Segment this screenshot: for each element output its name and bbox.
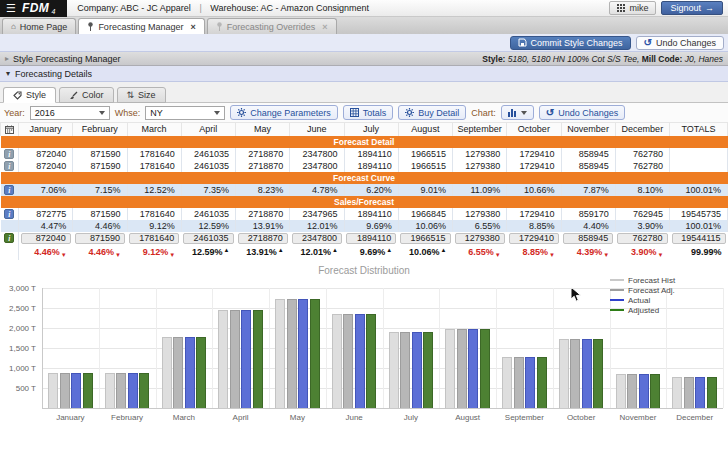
section-header: ▸ Style Forecasting Manager Style: 5180,…: [0, 52, 728, 66]
delta-cell: 3.90%▼: [615, 245, 669, 260]
info-icon[interactable]: i: [4, 209, 14, 219]
forecast-input[interactable]: 871590: [75, 233, 125, 244]
signout-label: Signout: [670, 3, 701, 13]
row-icon-cell: i: [1, 184, 19, 196]
forecast-input[interactable]: 2461035: [183, 233, 233, 244]
tab-size[interactable]: ⇅ Size: [117, 87, 166, 103]
chart-bar-forecast-adj-: [60, 373, 70, 408]
chart-bar-forecast-hist: [218, 310, 228, 408]
forecast-input[interactable]: 1781640: [129, 233, 179, 244]
divider: |: [199, 3, 201, 13]
y-tick-label: 1,500 T: [0, 344, 36, 353]
value-cell: 12.52%: [127, 184, 181, 196]
legend-swatch: [610, 279, 624, 281]
undo-changes-button-2[interactable]: ↺ Undo Changes: [539, 105, 625, 120]
delta-value: 6.55%: [468, 247, 494, 257]
row-icon-cell: i: [1, 232, 19, 245]
value-cell: 762780: [615, 148, 669, 160]
chevron-right-icon[interactable]: ▸: [5, 54, 9, 63]
buy-detail-button[interactable]: Buy Detail: [398, 105, 466, 120]
value-cell: 762945: [615, 208, 669, 220]
x-tick-label: November: [610, 413, 667, 422]
forecast-input[interactable]: 762780: [617, 233, 667, 244]
value-cell: 3.90%: [615, 220, 669, 232]
value-cell: 4.47%: [19, 220, 73, 232]
whse-select[interactable]: NY: [145, 106, 225, 120]
mill-code-value: J0, Hanes: [685, 54, 723, 64]
arrow-up-icon: ▲: [386, 247, 392, 253]
delta-value: 4.39%: [577, 247, 603, 257]
delta-cell: 12.59%▲: [181, 245, 235, 260]
value-cell: 2347965: [290, 208, 344, 220]
forecast-input[interactable]: 2718870: [238, 233, 288, 244]
arrow-down-icon: ▼: [658, 252, 664, 258]
chart-bar-actual: [128, 373, 138, 408]
forecast-input[interactable]: 858945: [563, 233, 613, 244]
chart-bar-adjusted: [650, 374, 660, 408]
value-cell: 1729410: [507, 160, 561, 172]
plot-separator-line: [439, 288, 440, 408]
forecast-input[interactable]: 1894110: [346, 233, 396, 244]
chart-type-select[interactable]: [501, 105, 534, 120]
delta-cell: 8.85%▼: [507, 245, 561, 260]
info-icon[interactable]: i: [4, 185, 14, 195]
chart-bar-actual: [298, 299, 308, 408]
info-icon[interactable]: i: [4, 161, 14, 171]
forecast-input[interactable]: 2347800: [292, 233, 342, 244]
change-parameters-button[interactable]: Change Parameters: [230, 105, 338, 120]
input-cell: 1894110: [344, 232, 398, 245]
delta-value: 8.85%: [523, 247, 549, 257]
legend-swatch: [610, 289, 624, 291]
chart-bar-adjusted: [139, 373, 149, 408]
value-cell: 1279380: [453, 208, 507, 220]
totals-button[interactable]: Totals: [343, 105, 394, 120]
forecast-input[interactable]: 1966515: [400, 233, 450, 244]
value-cell: 1966515: [398, 148, 452, 160]
value-cell: 4.78%: [290, 184, 344, 196]
delta-cell: 9.12%▼: [127, 245, 181, 260]
input-cell: 1729410: [507, 232, 561, 245]
y-tick-label: 3,000 T: [0, 284, 36, 293]
month-header: November: [561, 123, 615, 136]
year-select[interactable]: 2016: [30, 106, 110, 120]
commit-style-changes-button[interactable]: Commit Style Changes: [510, 36, 631, 50]
tab-home-page[interactable]: ⌂ Home Page: [2, 18, 76, 34]
undo-label: Undo Changes: [558, 108, 618, 118]
value-cell: 859170: [561, 208, 615, 220]
close-tab-icon[interactable]: ×: [190, 22, 195, 32]
plot-separator-line: [42, 288, 43, 408]
tab-label: Size: [138, 90, 156, 100]
tab-forecasting-overrides[interactable]: Forecasting Overrides ×: [207, 18, 337, 34]
delta-cell: 13.91%▲: [236, 245, 290, 260]
user-menu-button[interactable]: mike: [609, 1, 656, 15]
value-cell: 762780: [615, 160, 669, 172]
input-cell: 2718870: [236, 232, 290, 245]
forecasting-details-header[interactable]: ▾ Forecasting Details: [0, 66, 728, 82]
chart-bar-forecast-adj-: [627, 374, 637, 408]
value-cell: 2718870: [236, 208, 290, 220]
tab-label: Style: [26, 90, 46, 100]
hamburger-menu-icon[interactable]: ☰: [6, 3, 16, 14]
forecast-input[interactable]: 872040: [21, 233, 71, 244]
tab-forecasting-manager[interactable]: Forecasting Manager ×: [78, 18, 204, 34]
undo-label: Undo Changes: [656, 38, 716, 48]
chevron-down-icon: ▾: [6, 69, 10, 78]
forecast-table-head-row: JanuaryFebruaryMarchAprilMayJuneJulyAugu…: [1, 123, 728, 136]
chart-bar-actual: [525, 357, 535, 408]
legend-item: Actual: [610, 296, 675, 305]
arrow-down-icon: ▼: [169, 252, 175, 258]
undo-changes-button[interactable]: ↺ Undo Changes: [636, 36, 724, 50]
forecast-input[interactable]: 1279380: [455, 233, 505, 244]
tab-color[interactable]: Color: [59, 87, 114, 103]
info-icon[interactable]: i: [4, 149, 14, 159]
signout-button[interactable]: Signout →: [661, 1, 723, 15]
close-tab-icon[interactable]: ×: [322, 22, 327, 32]
tab-style[interactable]: Style: [3, 87, 56, 103]
forecast-total-input[interactable]: 19544115: [672, 233, 726, 244]
info-icon[interactable]: i: [4, 233, 14, 243]
x-tick-label: September: [496, 413, 553, 422]
value-cell: 871590: [73, 208, 127, 220]
chart-bar-actual: [355, 314, 365, 408]
style-label: Style:: [482, 54, 505, 64]
forecast-input[interactable]: 1729410: [509, 233, 559, 244]
